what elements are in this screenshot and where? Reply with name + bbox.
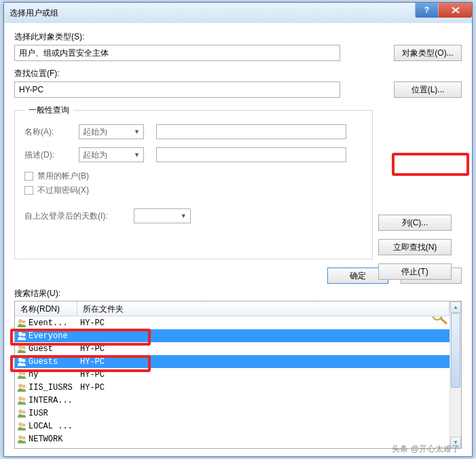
name-label: 名称(A): [24,126,79,138]
table-row[interactable]: Guest HY-PC [15,342,450,355]
disabled-accounts-label: 禁用的帐户(B) [37,170,89,182]
svg-point-20 [22,423,26,426]
common-queries-legend: 一般性查询 [24,105,73,116]
svg-point-10 [22,359,26,362]
row-name: Everyone [29,331,79,341]
object-type-label: 选择此对象类型(S): [14,31,462,43]
row-name: NETWORK [29,435,79,444]
common-queries-group: 一般性查询 名称(A): 起始为 ▼ 描述(D): 起始为 ▼ [14,105,373,259]
scroll-track[interactable] [450,313,461,437]
nonexpiring-password-checkbox[interactable] [24,186,33,195]
close-button[interactable] [438,3,472,18]
svg-point-18 [22,410,26,414]
row-name: LOCAL ... [29,422,79,431]
svg-point-16 [22,397,26,401]
svg-point-4 [22,320,26,323]
description-input[interactable] [156,147,346,162]
row-name: Guest [29,344,79,354]
stop-button[interactable]: 停止(T) [378,263,452,280]
row-location: HY-PC [79,318,105,328]
svg-point-5 [18,332,22,336]
chevron-down-icon: ▼ [134,128,140,135]
name-mode-combo[interactable]: 起始为 ▼ [79,124,144,139]
chevron-down-icon: ▼ [181,213,187,219]
svg-point-7 [18,345,22,349]
results-listview[interactable]: 名称(RDN) 所在文件夹 Event... HY-PC Everyone Gu… [14,301,462,449]
svg-point-21 [18,435,22,439]
location-label: 查找位置(F): [14,68,462,79]
description-label: 描述(D): [24,149,79,161]
principal-icon [16,356,27,367]
desc-mode-combo[interactable]: 起始为 ▼ [79,147,144,162]
svg-point-9 [18,358,22,362]
svg-point-15 [18,397,22,401]
table-row[interactable]: NETWORK [15,433,450,445]
dialog-content: 选择此对象类型(S): 用户、组或内置安全主体 对象类型(O)... 查找位置(… [4,23,472,457]
results-header[interactable]: 名称(RDN) 所在文件夹 [15,301,450,316]
column-location[interactable]: 所在文件夹 [77,301,450,316]
principal-icon [16,395,27,406]
svg-point-6 [22,333,26,336]
table-row[interactable]: Guests HY-PC [15,355,450,368]
principal-icon [16,318,27,329]
results-body[interactable]: Event... HY-PC Everyone Guest HY-PC Gues… [15,316,450,448]
principal-icon [16,434,27,445]
row-name: INTERA... [29,396,79,405]
principal-icon [16,382,27,393]
table-row[interactable]: Event... HY-PC [15,316,450,329]
row-location: HY-PC [79,357,105,367]
titlebar[interactable]: 选择用户或组 ? [4,3,472,23]
svg-point-14 [22,384,26,388]
principal-icon [16,421,27,432]
svg-point-12 [22,371,26,375]
name-input[interactable] [156,124,346,139]
help-button[interactable]: ? [415,3,438,18]
scroll-thumb[interactable] [451,313,460,388]
row-name: IIS_IUSRS [29,383,79,392]
table-row[interactable]: IIS_IUSRS HY-PC [15,381,450,394]
vertical-scrollbar[interactable]: ▲ ▼ [450,301,461,448]
table-row[interactable]: Everyone [15,329,450,342]
principal-icon [16,408,27,419]
row-name: Event... [29,318,79,328]
disabled-accounts-checkbox[interactable] [24,172,33,181]
locations-button[interactable]: 位置(L)... [394,81,462,98]
svg-point-19 [18,422,22,426]
svg-point-11 [18,371,22,375]
scroll-up-button[interactable]: ▲ [450,301,461,313]
table-row[interactable]: IUSR [15,407,450,420]
svg-point-8 [22,346,26,349]
row-name: hy [29,370,79,380]
object-types-button[interactable]: 对象类型(O)... [394,45,462,61]
window-title: 选择用户或组 [10,7,58,19]
row-location: HY-PC [79,344,105,354]
table-row[interactable]: LOCAL ... [15,420,450,433]
find-now-button[interactable]: 立即查找(N) [378,239,452,255]
svg-point-13 [18,384,22,388]
columns-button[interactable]: 列(C)... [378,215,452,231]
table-row[interactable]: INTERA... [15,394,450,407]
principal-icon [16,344,27,354]
chevron-down-icon: ▼ [134,151,140,158]
dialog-window: 选择用户或组 ? 选择此对象类型(S): 用户、组或内置安全主体 对象类型(O)… [3,2,473,457]
days-since-logon-label: 自上次登录后的天数(I): [24,210,108,222]
window-controls: ? [415,3,472,18]
svg-point-22 [22,436,26,439]
column-name[interactable]: 名称(RDN) [15,301,77,316]
row-location: HY-PC [79,383,105,392]
table-row[interactable]: hy HY-PC [15,368,450,381]
row-location: HY-PC [79,370,105,380]
watermark-text: 头条 @开心太难了 [392,443,460,455]
nonexpiring-password-label: 不过期密码(X) [37,185,89,196]
days-combo[interactable]: ▼ [134,208,191,223]
object-type-field[interactable]: 用户、组或内置安全主体 [14,45,340,61]
row-name: Guests [29,357,79,367]
principal-icon [16,331,27,342]
principal-icon [16,369,27,380]
svg-point-17 [18,409,22,414]
svg-point-3 [18,319,22,323]
row-name: IUSR [29,409,79,418]
location-field[interactable]: HY-PC [14,81,340,98]
